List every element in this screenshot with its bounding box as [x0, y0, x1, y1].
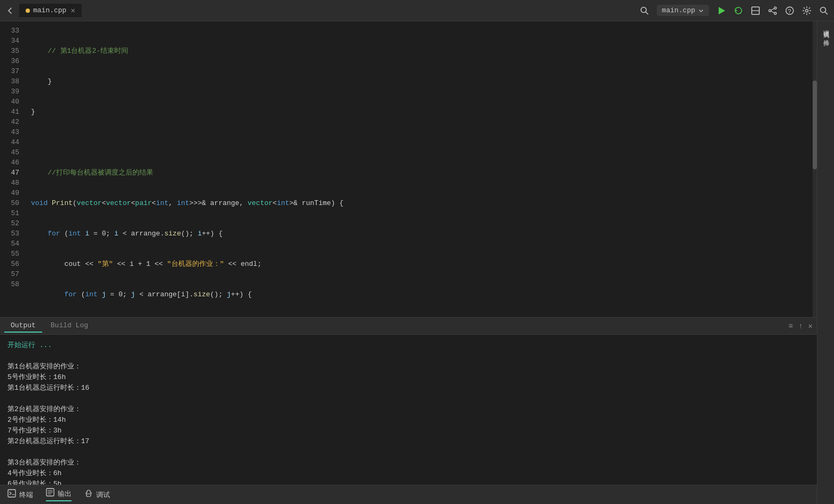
share-icon[interactable] [768, 6, 777, 15]
line-num-40: 40 [5, 97, 19, 107]
settings-icon[interactable] [802, 6, 812, 15]
code-line-40: cout << "第" << i + 1 << "台机器的作业：" << end… [27, 259, 817, 269]
bottom-toolbar: 终端 输出 [0, 485, 817, 504]
output-job6: 6号作业时长：5h [7, 479, 809, 485]
output-area: 开始运行 ... 第1台机器安排的作业： 5号作业时长：16h 第1台机器总运行… [0, 335, 817, 485]
editor-area: 33 34 35 36 37 38 39 40 41 42 43 44 45 4… [0, 21, 817, 504]
line-num-47: 47 [5, 168, 19, 178]
line-num-49: 49 [5, 188, 19, 198]
output-label: 输出 [58, 489, 72, 499]
help-icon[interactable]: ? [785, 6, 794, 15]
output-icon [46, 488, 54, 499]
line-num-53: 53 [5, 229, 19, 239]
output-blank-1 [7, 351, 809, 361]
output-machine1-total: 第1台机器总运行时长：16 [7, 383, 809, 393]
line-num-55: 55 [5, 249, 19, 259]
code-line-39: for (int i = 0; i < arrange.size(); i++)… [27, 229, 817, 239]
scrollbar[interactable] [813, 21, 817, 317]
bottom-panel: Output Build Log ≡ ↑ ✕ 开始运行 ... 第1台机器安排的… [0, 317, 817, 504]
line-num-35: 35 [5, 46, 19, 56]
panel-tabs: Output Build Log ≡ ↑ ✕ [0, 318, 817, 335]
line-num-48: 48 [5, 178, 19, 188]
debug-icon [84, 489, 93, 500]
search-icon[interactable] [640, 6, 649, 15]
svg-rect-13 [8, 490, 15, 497]
code-line-36 [27, 137, 817, 147]
tab-close-button[interactable]: ✕ [70, 6, 75, 15]
code-line-35: } [27, 107, 817, 117]
terminal-button[interactable]: 终端 [7, 489, 33, 500]
back-icon[interactable] [5, 6, 15, 15]
line-num-52: 52 [5, 218, 19, 229]
layout-icon[interactable] [751, 6, 760, 15]
output-job4: 4号作业时长：6h [7, 468, 809, 479]
panel-scroll-up-icon[interactable]: ↑ [798, 322, 802, 330]
line-num-38: 38 [5, 76, 19, 86]
svg-point-6 [774, 12, 776, 14]
output-job7: 7号作业时长：3h [7, 426, 809, 436]
line-num-39: 39 [5, 86, 19, 97]
code-line-37: //打印每台机器被调度之后的结果 [27, 168, 817, 178]
code-line-33: // 第1台机器2-结束时间 [27, 46, 817, 56]
svg-point-11 [806, 9, 808, 12]
line-numbers: 33 34 35 36 37 38 39 40 41 42 43 44 45 4… [0, 21, 27, 317]
tab-build-log[interactable]: Build Log [44, 319, 95, 333]
output-machine3-header: 第3台机器安排的作业： [7, 458, 809, 468]
svg-marker-1 [719, 7, 725, 14]
tab-label: main.cpp [33, 6, 66, 14]
panel-tab-list: Output Build Log [4, 319, 95, 333]
toolbar-right: main.cpp [640, 5, 829, 16]
line-num-41: 41 [5, 107, 19, 117]
scroll-thumb [813, 81, 817, 169]
panel-close-icon[interactable]: ✕ [808, 321, 813, 330]
line-num-42: 42 [5, 117, 19, 127]
filename-dropdown[interactable]: main.cpp [657, 5, 709, 16]
line-num-43: 43 [5, 127, 19, 137]
output-blank-2 [7, 393, 809, 404]
sidebar-label-debug[interactable]: 调试模式 [822, 26, 830, 28]
output-line-start: 开始运行 ... [7, 340, 809, 351]
line-num-44: 44 [5, 137, 19, 147]
line-num-36: 36 [5, 56, 19, 66]
line-num-56: 56 [5, 259, 19, 269]
tab-output[interactable]: Output [4, 319, 42, 333]
code-line-34: } [27, 76, 817, 86]
tab-indicator [26, 9, 30, 13]
right-sidebar: 调试模式 插件 [817, 21, 834, 504]
svg-point-4 [774, 7, 776, 9]
tab-bar: main.cpp ✕ [5, 4, 82, 17]
code-section: 33 34 35 36 37 38 39 40 41 42 43 44 45 4… [0, 21, 817, 317]
code-line-41: for (int j = 0; j < arrange[i].size(); j… [27, 289, 817, 300]
svg-line-7 [771, 9, 774, 10]
output-machine2-total: 第2台机器总运行时长：17 [7, 436, 809, 447]
refresh-icon[interactable] [734, 6, 743, 15]
terminal-icon [7, 489, 16, 500]
debug-label: 调试 [96, 490, 110, 500]
line-num-37: 37 [5, 66, 19, 76]
line-num-50: 50 [5, 198, 19, 208]
top-bar: main.cpp ✕ main.cpp [0, 0, 834, 21]
svg-text:?: ? [788, 7, 791, 14]
tab-build-log-label: Build Log [51, 321, 88, 329]
sidebar-label-plugins[interactable]: 插件 [822, 35, 830, 36]
code-editor[interactable]: // 第1台机器2-结束时间 } } //打印每台机器被调度之后的结果 void… [27, 21, 817, 317]
code-line-38: void Print(vector<vector<pair<int, int>>… [27, 198, 817, 208]
line-num-58: 58 [5, 279, 19, 289]
output-button[interactable]: 输出 [46, 488, 72, 501]
output-job2: 2号作业时长：14h [7, 415, 809, 426]
search-right-icon[interactable] [819, 6, 829, 15]
run-button[interactable] [717, 6, 726, 15]
line-num-34: 34 [5, 36, 19, 46]
line-num-54: 54 [5, 239, 19, 249]
line-num-45: 45 [5, 147, 19, 158]
line-num-57: 57 [5, 269, 19, 279]
line-num-51: 51 [5, 208, 19, 218]
output-job5: 5号作业时长：16h [7, 372, 809, 383]
line-num-33: 33 [5, 26, 19, 36]
output-machine1-header: 第1台机器安排的作业： [7, 361, 809, 372]
output-blank-3 [7, 447, 809, 458]
svg-point-5 [769, 10, 771, 12]
tab-main-cpp[interactable]: main.cpp ✕ [19, 4, 82, 17]
panel-menu-icon[interactable]: ≡ [789, 322, 793, 330]
debug-button[interactable]: 调试 [84, 489, 110, 500]
